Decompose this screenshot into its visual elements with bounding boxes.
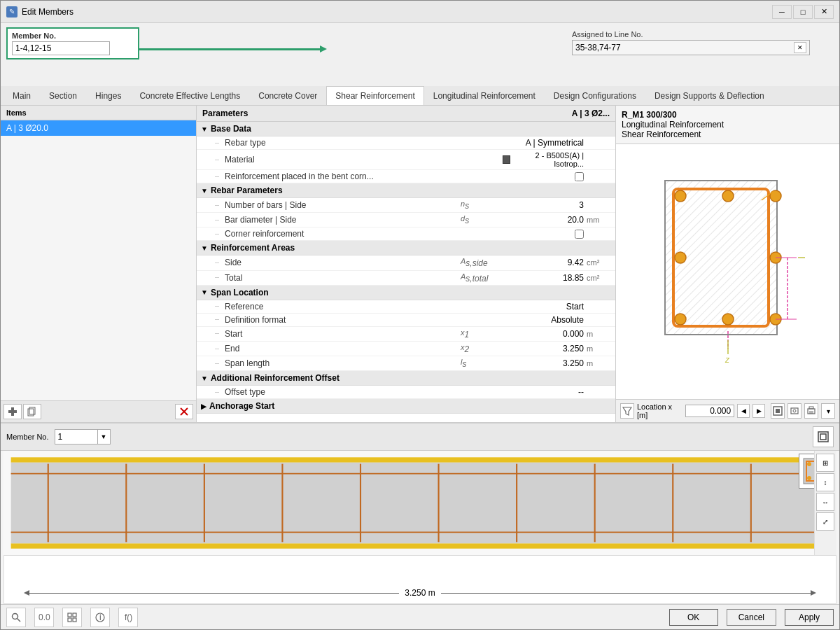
tab-design-config[interactable]: Design Configurations	[545, 86, 645, 105]
svg-point-61	[13, 613, 18, 619]
beam-tool-4[interactable]: ⤢	[816, 512, 834, 531]
view-options-button[interactable]	[771, 403, 785, 419]
member-no-dropdown[interactable]: ▼	[97, 430, 110, 444]
svg-line-62	[18, 618, 21, 622]
apply-button[interactable]: Apply	[785, 609, 834, 626]
collapse-icon-span: ▼	[201, 288, 208, 296]
assigned-clear-button[interactable]: ✕	[794, 42, 806, 53]
svg-rect-32	[809, 407, 813, 409]
screenshot-button[interactable]	[788, 403, 802, 419]
tab-shear-reinf[interactable]: Shear Reinforcement	[326, 86, 424, 106]
tl5	[215, 220, 219, 220]
param-unit-diam: mm	[587, 216, 611, 224]
left-panel: Items A | 3 Ø20.0	[1, 106, 197, 422]
param-sym-side: As,side	[461, 257, 503, 268]
print-button[interactable]	[804, 403, 818, 419]
param-unit-start: m	[587, 330, 611, 338]
status-info-button[interactable]: i	[90, 608, 110, 627]
main-window: ✎ Edit Members ─ □ ✕ Member No. 1-4,12-1…	[0, 0, 840, 630]
collapse-icon-anchorage: ▶	[201, 402, 206, 410]
right-panel-info: R_M1 300/300 Longitudinal Reinforcement …	[616, 106, 839, 144]
tl7	[215, 262, 219, 263]
dim-arrow-left	[24, 590, 29, 596]
beam-tool-2[interactable]: ↕	[816, 473, 834, 491]
more-options-button[interactable]: ▾	[821, 403, 835, 419]
left-panel-footer	[1, 400, 196, 422]
delete-item-button[interactable]	[175, 404, 193, 419]
next-location-button[interactable]: ▶	[752, 404, 765, 418]
params-table: ▼ Base Data Rebar type A | Symmetrical M…	[197, 122, 615, 422]
group-anchorage[interactable]: ▶ Anchorage Start	[197, 399, 615, 414]
close-button[interactable]: ✕	[814, 5, 834, 19]
filter-button[interactable]	[620, 403, 634, 419]
param-span-len: Span length ls 3.250 m	[197, 356, 615, 371]
ok-button[interactable]: OK	[669, 609, 718, 626]
cancel-button[interactable]: Cancel	[727, 609, 776, 626]
svg-point-11	[675, 314, 686, 325]
svg-point-55	[807, 462, 811, 466]
right-panel: R_M1 300/300 Longitudinal Reinforcement …	[615, 106, 839, 422]
add-item-button[interactable]	[4, 404, 22, 419]
param-total-area: Total As,total 18.85 cm²	[197, 271, 615, 286]
tl9	[215, 306, 219, 307]
collapse-icon-areas: ▼	[201, 244, 208, 252]
dim-arrow-right	[811, 590, 816, 596]
bent-checkbox[interactable]	[575, 172, 584, 181]
status-search-button[interactable]	[6, 608, 26, 627]
status-func-button[interactable]: f()	[118, 608, 138, 627]
corner-checkbox[interactable]	[575, 230, 584, 239]
beam-svg	[4, 451, 836, 555]
assigned-box: Assigned to Line No. 35-38,74-77 ✕	[568, 27, 834, 58]
tl13	[215, 363, 219, 364]
group-label-areas: Reinforcement Areas	[211, 243, 295, 253]
bottom-toolbar-btn1[interactable]	[813, 426, 834, 447]
svg-text:z: z	[724, 355, 730, 365]
tab-main[interactable]: Main	[4, 86, 40, 105]
prev-location-button[interactable]: ◀	[737, 404, 750, 418]
list-item[interactable]: A | 3 Ø20.0	[1, 120, 196, 136]
param-val-ref: Start	[503, 302, 587, 312]
status-units-button[interactable]: 0.00	[34, 608, 54, 627]
param-name-start: Start	[222, 329, 461, 339]
param-name-bent: Reinforcement placed in the bent corn...	[222, 172, 461, 181]
group-rebar-params[interactable]: ▼ Rebar Parameters	[197, 183, 615, 198]
param-bent-corn: Reinforcement placed in the bent corn...	[197, 170, 615, 183]
param-val-bent	[503, 172, 587, 181]
group-base-data[interactable]: ▼ Base Data	[197, 122, 615, 136]
tabs-bar: Main Section Hinges Concrete Effective L…	[1, 86, 839, 106]
params-header: Parameters A | 3 Ø2...	[197, 106, 615, 122]
param-name-spanlen: Span length	[222, 358, 461, 368]
member-no-input[interactable]: 1-4,12-15	[12, 41, 110, 55]
tab-concrete-eff[interactable]: Concrete Effective Lengths	[130, 86, 249, 105]
collapse-icon-base: ▼	[201, 125, 208, 133]
tab-concrete-cover[interactable]: Concrete Cover	[249, 86, 326, 105]
params-header-left: Parameters	[202, 108, 248, 118]
status-view-button[interactable]	[62, 608, 82, 627]
svg-rect-66	[68, 618, 71, 622]
location-label: Location x [m]	[637, 402, 680, 419]
right-panel-line2: Shear Reinforcement	[622, 130, 834, 139]
group-reinf-areas[interactable]: ▼ Reinforcement Areas	[197, 241, 615, 255]
maximize-button[interactable]: □	[793, 5, 813, 19]
copy-item-button[interactable]	[23, 404, 41, 419]
tl8	[215, 277, 219, 278]
beam-tool-1[interactable]: ⊞	[816, 454, 834, 472]
tab-hinges[interactable]: Hinges	[86, 86, 130, 105]
svg-rect-36	[820, 434, 826, 440]
beam-area: ⊞ ↕ ↔ ⤢	[4, 451, 836, 555]
location-input[interactable]: 0.000	[685, 405, 734, 417]
tab-section[interactable]: Section	[40, 86, 86, 105]
minimize-button[interactable]: ─	[772, 5, 792, 19]
arrow-indicator	[139, 27, 568, 50]
svg-text:0.00: 0.00	[38, 612, 50, 622]
arrow-head	[320, 46, 327, 52]
svg-point-14	[722, 314, 734, 325]
beam-tool-3[interactable]: ↔	[816, 493, 834, 511]
tab-design-supports[interactable]: Design Supports & Deflection	[645, 86, 774, 105]
group-add-offset[interactable]: ▼ Additional Reinforcement Offset	[197, 371, 615, 386]
group-span-loc[interactable]: ▼ Span Location	[197, 286, 615, 300]
tl6	[215, 234, 219, 234]
tab-long-reinf[interactable]: Longitudinal Reinforcement	[424, 86, 545, 105]
member-no-select[interactable]	[55, 431, 97, 442]
param-val-defformat: Absolute	[503, 315, 587, 325]
